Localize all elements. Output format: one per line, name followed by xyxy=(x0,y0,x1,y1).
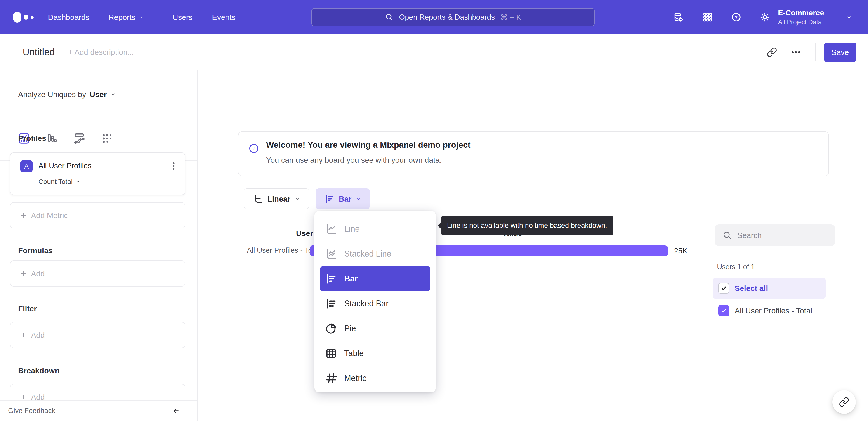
logo-dot xyxy=(24,15,29,20)
data-management-icon[interactable] xyxy=(673,12,684,22)
top-nav: Dashboards Reports Users Events Open Rep… xyxy=(0,0,868,34)
global-search-button[interactable]: Open Reports & Dashboards ⌘ + K xyxy=(311,8,595,26)
menu-item-bar[interactable]: Bar xyxy=(320,266,430,291)
nav-link-label: Users xyxy=(173,13,193,22)
info-icon xyxy=(248,143,259,154)
nav-link-label: Events xyxy=(212,13,236,22)
legend-series-row[interactable]: All User Profiles - Total xyxy=(713,300,826,321)
mixpanel-logo-icon[interactable] xyxy=(13,12,34,23)
search-icon xyxy=(385,13,394,22)
project-name: E-Commerce xyxy=(778,8,824,17)
tooltip-text: Line is not available with no time based… xyxy=(447,222,607,230)
nav-link-reports[interactable]: Reports xyxy=(108,0,145,34)
settings-gear-icon[interactable] xyxy=(760,12,770,22)
share-link-fab[interactable] xyxy=(832,390,856,414)
plus-icon: + xyxy=(21,330,26,340)
line-chart-icon xyxy=(325,223,338,235)
logo-dot xyxy=(13,12,21,23)
project-scope: All Project Data xyxy=(778,19,824,26)
chevron-down-icon xyxy=(75,179,80,184)
menu-item-label: Stacked Bar xyxy=(344,299,389,308)
pie-chart-icon xyxy=(325,322,338,335)
add-filter-button[interactable]: + Add xyxy=(10,322,185,348)
chevron-down-icon xyxy=(50,136,55,141)
save-button[interactable]: Save xyxy=(824,43,856,62)
chart-type-dropdown-menu: Line Stacked Line Bar Stacked Bar Pie Ta… xyxy=(314,210,436,393)
filter-section-header: Filter xyxy=(18,304,37,313)
add-description-button[interactable]: + Add description... xyxy=(68,34,134,70)
add-formula-button[interactable]: + Add xyxy=(10,260,185,287)
select-all-checkbox[interactable] xyxy=(718,283,729,293)
series-checkbox[interactable] xyxy=(718,305,729,316)
legend-search-field[interactable] xyxy=(715,224,835,246)
add-metric-label: Add Metric xyxy=(31,211,68,220)
welcome-banner: Welcome! You are viewing a Mixpanel demo… xyxy=(238,131,829,176)
nav-link-users[interactable]: Users xyxy=(173,0,193,34)
banner-title: Welcome! You are viewing a Mixpanel demo… xyxy=(266,140,471,150)
help-icon[interactable] xyxy=(731,12,741,22)
menu-item-label: Table xyxy=(344,348,364,358)
collapse-sidebar-icon[interactable] xyxy=(170,406,180,416)
menu-item-label: Metric xyxy=(344,373,366,383)
axis-icon xyxy=(253,194,264,204)
divider xyxy=(815,44,815,61)
nav-link-label: Dashboards xyxy=(48,13,89,22)
menu-item-stacked-bar[interactable]: Stacked Bar xyxy=(314,291,436,316)
hash-metric-icon xyxy=(325,372,338,385)
tab-retention-icon[interactable] xyxy=(101,132,114,145)
menu-item-table[interactable]: Table xyxy=(314,341,436,366)
query-builder-sidebar: Analyze Uniques by User Profiles A All U… xyxy=(0,70,197,421)
stacked-bar-chart-icon xyxy=(325,297,338,310)
apps-grid-icon[interactable] xyxy=(703,12,713,22)
tooltip-arrow xyxy=(438,222,446,230)
metric-name[interactable]: All User Profiles xyxy=(38,162,92,170)
chart-row-label: All User Profiles - Total xyxy=(247,246,314,256)
mixpanel-app: Dashboards Reports Users Events Open Rep… xyxy=(0,0,868,421)
add-label: Add xyxy=(31,269,45,278)
menu-item-line[interactable]: Line xyxy=(314,217,436,242)
more-options-icon[interactable] xyxy=(791,47,801,57)
menu-item-label: Stacked Line xyxy=(344,249,391,259)
tooltip: Line is not available with no time based… xyxy=(441,216,613,235)
menu-item-label: Bar xyxy=(344,274,358,283)
menu-item-pie[interactable]: Pie xyxy=(314,316,436,341)
aggregation-label: Count Total xyxy=(38,178,72,186)
menu-item-stacked-line[interactable]: Stacked Line xyxy=(314,242,436,266)
chevron-down-icon xyxy=(294,196,300,202)
menu-item-metric[interactable]: Metric xyxy=(314,366,436,391)
report-header: Untitled + Add description... Save xyxy=(0,34,868,70)
chevron-down-icon[interactable] xyxy=(846,14,852,21)
add-label: Add xyxy=(31,331,45,340)
menu-item-label: Line xyxy=(344,224,360,234)
kebab-menu-icon[interactable] xyxy=(168,160,179,172)
give-feedback-link[interactable]: Give Feedback xyxy=(8,401,55,421)
link-icon xyxy=(839,397,849,407)
copy-link-icon[interactable] xyxy=(767,47,777,57)
aggregation-dropdown[interactable]: Count Total xyxy=(38,178,80,186)
tab-flows-icon[interactable] xyxy=(73,132,86,145)
chart-type-dropdown-button[interactable]: Bar xyxy=(315,189,370,209)
legend-count: Users 1 of 1 xyxy=(717,263,755,271)
breakdown-section-header: Breakdown xyxy=(18,366,59,375)
legend-search-input[interactable] xyxy=(737,231,823,240)
profiles-section-header[interactable]: Profiles xyxy=(18,134,55,143)
analyze-value-dropdown[interactable]: User xyxy=(90,90,107,99)
scale-dropdown-button[interactable]: Linear xyxy=(244,189,309,209)
profiles-label: Profiles xyxy=(18,134,46,143)
nav-link-events[interactable]: Events xyxy=(212,0,236,34)
check-icon xyxy=(720,285,727,291)
sidebar-footer: Give Feedback xyxy=(0,400,197,421)
project-selector[interactable]: E-Commerce All Project Data xyxy=(778,0,824,34)
series-label: All User Profiles - Total xyxy=(735,300,812,321)
chart-bar-value: 25K xyxy=(674,247,687,255)
chart-type-label: Bar xyxy=(339,195,352,203)
select-all-row[interactable]: Select all xyxy=(713,278,826,299)
metric-card[interactable]: A All User Profiles Count Total xyxy=(10,152,185,195)
chevron-down-icon[interactable] xyxy=(110,91,116,97)
report-title[interactable]: Untitled xyxy=(23,34,55,70)
search-icon xyxy=(722,230,732,240)
add-metric-button[interactable]: + Add Metric xyxy=(10,202,185,228)
chevron-down-icon xyxy=(138,14,145,20)
nav-link-dashboards[interactable]: Dashboards xyxy=(48,0,89,34)
bar-chart-icon xyxy=(324,194,335,204)
